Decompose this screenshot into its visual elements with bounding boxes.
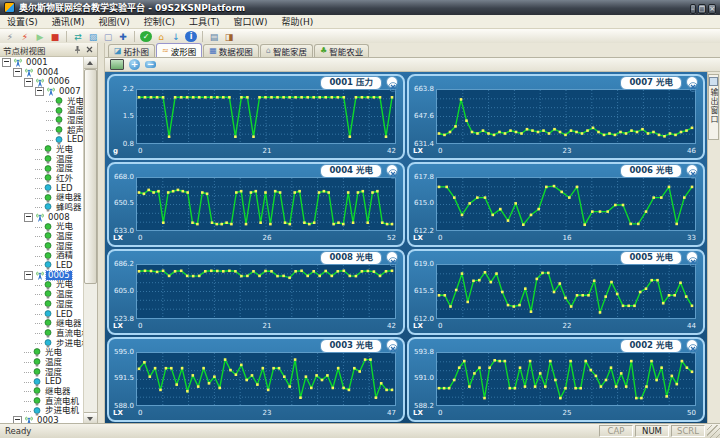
ok-icon[interactable]: ✓: [140, 31, 152, 42]
chart-close-icon[interactable]: [686, 251, 698, 263]
expander-icon[interactable]: [24, 78, 33, 87]
y-tick: 605.0: [109, 287, 134, 295]
chart-title: 0007 光电: [620, 76, 682, 90]
tree-label: 温度: [43, 358, 64, 368]
chart-close-icon[interactable]: [386, 339, 398, 351]
tab-label: 智能家居: [273, 45, 307, 57]
sensor-icon: [43, 155, 53, 164]
menu-item-3[interactable]: 控制(C): [137, 15, 182, 28]
tree-connector: [35, 285, 42, 286]
tab-波形图[interactable]: ≈波形图: [156, 43, 202, 57]
tab-数据视图[interactable]: ▦数据视图: [203, 44, 259, 57]
tree-connector: [35, 294, 42, 295]
chart-panel-0005: 619.0615.5612.002244LX0005 光电: [407, 249, 705, 335]
menu-item-2[interactable]: 视图(V): [92, 15, 137, 28]
tree-connector: [35, 333, 42, 334]
expander-icon[interactable]: [24, 213, 33, 222]
plot-area: [436, 352, 696, 407]
menu-item-0[interactable]: 设置(S): [0, 15, 45, 28]
tree-connector: [24, 411, 31, 412]
info-icon[interactable]: i: [185, 31, 197, 42]
pin-icon[interactable]: [73, 45, 82, 54]
waveform-svg: [437, 178, 695, 231]
home-icon[interactable]: ⌂: [155, 31, 167, 43]
x-ticks: 02244: [436, 322, 696, 330]
sensor-icon: [54, 107, 64, 116]
unit-label: LX: [113, 234, 123, 242]
tab-拓扑图[interactable]: ◪拓扑图: [108, 44, 155, 57]
y-tick: 591.0: [409, 374, 434, 382]
scroll-thumb[interactable]: [84, 69, 97, 284]
x-tick: 21: [224, 322, 310, 330]
minimize-button[interactable]: –: [690, 4, 696, 14]
card-icon[interactable]: ▤: [208, 31, 220, 43]
start-icon[interactable]: ▶: [34, 31, 46, 43]
tree-leaf-光电-30[interactable]: 光电: [0, 348, 84, 358]
close-button[interactable]: ×: [708, 4, 716, 14]
menu-item-5[interactable]: 窗口(W): [227, 15, 275, 28]
y-tick: 2.2: [109, 85, 134, 93]
menu-item-1[interactable]: 通讯(M): [45, 15, 92, 28]
zoom-in-icon[interactable]: +: [129, 59, 140, 70]
x-tick: 25: [524, 409, 610, 417]
waveform-svg: [437, 265, 695, 318]
expander-icon[interactable]: [2, 58, 11, 67]
scroll-up-button[interactable]: [84, 57, 97, 69]
maximize-button[interactable]: □: [698, 4, 707, 14]
tab-智能农业[interactable]: ♣智能农业: [314, 44, 369, 57]
menu-item-4[interactable]: 工具(T): [182, 15, 227, 28]
chart-close-icon[interactable]: [386, 164, 398, 176]
expander-icon[interactable]: [35, 87, 44, 96]
chart-close-icon[interactable]: [686, 76, 698, 88]
expander-icon[interactable]: [24, 271, 33, 280]
unit-label: LX: [413, 409, 423, 417]
refresh-icon[interactable]: ⇄: [72, 31, 84, 43]
stop-icon[interactable]: ■: [49, 31, 61, 43]
tree-leaf-步进电机-29[interactable]: 步进电机: [0, 338, 84, 348]
toolbar-separator: [66, 31, 67, 42]
download-icon[interactable]: ↓: [170, 31, 182, 43]
zoom-out-icon[interactable]: −: [145, 61, 156, 68]
sensor-icon: [43, 329, 53, 338]
chart-panel-0007: 663.8647.6631.402346LX0007 光电: [407, 74, 705, 160]
output-window-tab[interactable]: 输出窗口: [708, 74, 719, 140]
chart-close-icon[interactable]: [386, 251, 398, 263]
node-tree-title: 节点树视图: [3, 44, 46, 56]
resize-grip[interactable]: [707, 425, 720, 438]
tree-connector: [35, 323, 42, 324]
toolbar-separator: [134, 31, 135, 42]
anchor-icon[interactable]: ✚: [117, 31, 129, 43]
chart-close-icon[interactable]: [686, 339, 698, 351]
y-tick: 619.0: [409, 260, 434, 268]
exit-icon[interactable]: ◨: [223, 31, 235, 43]
tree-leaf-湿度-32[interactable]: 湿度: [0, 368, 84, 378]
menu-item-6[interactable]: 帮助(H): [275, 15, 321, 28]
close-icon[interactable]: [85, 45, 94, 54]
tree-node-0004-1[interactable]: 0004: [0, 68, 84, 78]
tab-label: 智能农业: [329, 45, 363, 57]
connect-icon[interactable]: ⚡: [4, 31, 16, 43]
snapshot-icon[interactable]: ▨: [87, 31, 99, 43]
tree-leaf-LED-21[interactable]: LED: [0, 261, 84, 271]
data-view-icon: ▦: [209, 47, 217, 55]
chart-close-icon[interactable]: [686, 164, 698, 176]
main-area: 节点树视图 0001000400060007光电温度湿度超声波LED光电温度湿度…: [0, 43, 720, 424]
title-bar[interactable]: 奥尔斯物联网综合教学实验平台 - 09S2KSNPlatform –□×: [0, 0, 720, 15]
tree-scrollbar[interactable]: [83, 57, 97, 424]
tree-leaf-LED-33[interactable]: LED: [0, 377, 84, 387]
tree-leaf-温度-31[interactable]: 温度: [0, 358, 84, 368]
disconnect-icon[interactable]: ⚡: [19, 31, 31, 43]
view-mode-icon[interactable]: [110, 59, 124, 70]
chart-close-icon[interactable]: [386, 76, 398, 88]
tab-智能家居[interactable]: ⌂智能家居: [260, 44, 313, 57]
expander-icon[interactable]: [13, 68, 22, 77]
window-icon[interactable]: ▢: [102, 31, 114, 43]
sensor-icon: [43, 319, 53, 328]
tree-leaf-蜂鸣器-15[interactable]: 蜂鸣器: [0, 203, 84, 213]
sensor-icon: [32, 397, 42, 406]
node-icon: [46, 87, 56, 96]
led-icon: [43, 184, 53, 193]
side-strip: 输出窗口: [707, 72, 720, 424]
sensor-icon: [43, 232, 53, 241]
panel-splitter[interactable]: [98, 43, 105, 424]
